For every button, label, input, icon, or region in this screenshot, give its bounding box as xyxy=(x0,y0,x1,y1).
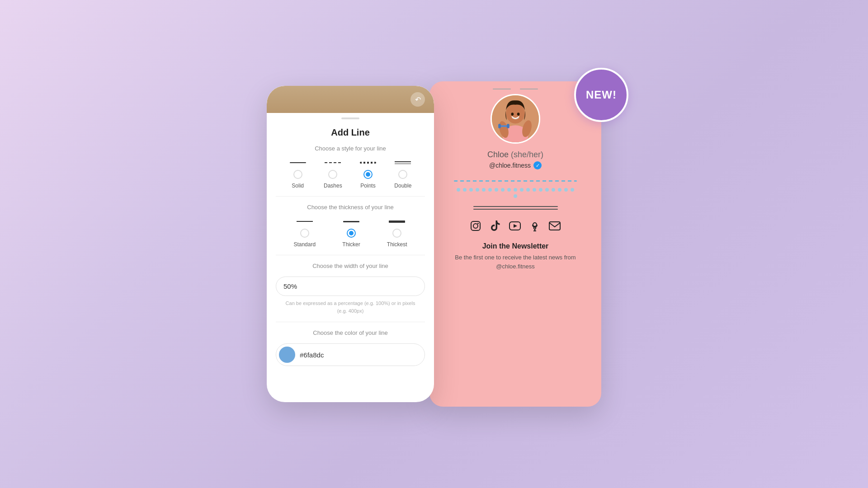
thickness-options: Standard Thicker Thickest xyxy=(276,218,425,248)
verified-badge: ✓ xyxy=(533,161,542,169)
phone-left: ↶ Add Line Choose a style for your line … xyxy=(267,86,434,402)
points-label: Points xyxy=(360,183,375,189)
double-line-decoration xyxy=(473,206,558,210)
phone-content: Add Line Choose a style for your line So… xyxy=(267,119,434,402)
points-preview xyxy=(359,159,377,166)
width-section: Choose the width of your line Can be exp… xyxy=(276,263,425,314)
profile-name: Chloe (she/her) xyxy=(487,150,543,160)
thickness-option-thicker[interactable]: Thicker xyxy=(342,218,360,248)
thickness-option-thickest[interactable]: Thickest xyxy=(387,218,407,248)
newsletter-description: Be the first one to receive the latest n… xyxy=(455,253,576,271)
newsletter-section: Join the Newsletter Be the first one to … xyxy=(446,242,585,271)
profile-content: Chloe (she/her) @chloe.fitness ✓ xyxy=(429,94,601,271)
dot-20 xyxy=(514,194,517,198)
dotted-row-decoration xyxy=(454,188,577,198)
new-badge-text: NEW! xyxy=(586,89,617,101)
standard-thickness-label: Standard xyxy=(293,241,316,248)
dashes-radio[interactable] xyxy=(328,170,337,179)
solid-label: Solid xyxy=(292,183,304,189)
dot-3 xyxy=(469,188,473,192)
double-line-icon xyxy=(395,161,411,164)
svg-rect-10 xyxy=(471,221,480,230)
avatar-image xyxy=(492,95,539,142)
mail-icon[interactable] xyxy=(549,221,561,233)
new-badge: NEW! xyxy=(574,68,628,122)
dot-4 xyxy=(476,188,479,192)
color-swatch[interactable] xyxy=(279,347,295,363)
dot-18 xyxy=(564,188,568,192)
profile-pronouns: (she/her) xyxy=(511,150,543,159)
points-line-icon xyxy=(360,162,376,164)
panel-title: Add Line xyxy=(276,127,425,138)
thickness-section-label: Choose the thickness of your line xyxy=(276,204,425,211)
dot-12 xyxy=(526,188,530,192)
dot-9 xyxy=(507,188,511,192)
dot-14 xyxy=(539,188,542,192)
svg-rect-9 xyxy=(507,124,509,128)
header-line-2 xyxy=(520,89,538,89)
style-option-points[interactable]: Points xyxy=(359,159,377,189)
thickest-thickness-radio[interactable] xyxy=(392,229,401,238)
dot-19 xyxy=(571,188,574,192)
thicker-thickness-radio[interactable] xyxy=(347,229,356,238)
divider-1 xyxy=(276,196,425,197)
divider-3 xyxy=(276,322,425,322)
svg-rect-19 xyxy=(549,222,560,230)
solid-radio[interactable] xyxy=(293,170,302,179)
svg-point-15 xyxy=(533,223,537,226)
svg-point-12 xyxy=(477,223,479,224)
thickness-option-standard[interactable]: Standard xyxy=(293,218,316,248)
style-options: Solid Dashes Points xyxy=(276,159,425,189)
solid-preview xyxy=(289,159,307,166)
svg-point-6 xyxy=(517,113,520,116)
thickest-thickness-preview xyxy=(388,218,406,225)
header-line-1 xyxy=(493,89,511,89)
instagram-icon[interactable] xyxy=(470,221,481,234)
solid-line-icon xyxy=(290,162,306,163)
width-section-label: Choose the width of your line xyxy=(276,263,425,269)
youtube-icon[interactable] xyxy=(509,221,521,233)
dashes-label: Dashes xyxy=(324,183,342,189)
profile-handle-row: @chloe.fitness ✓ xyxy=(489,161,542,169)
profile-handle: @chloe.fitness xyxy=(489,162,531,169)
thickest-thickness-label: Thickest xyxy=(387,241,407,248)
svg-point-5 xyxy=(511,113,514,116)
dot-6 xyxy=(488,188,492,192)
style-option-double[interactable]: Double xyxy=(394,159,412,189)
dot-15 xyxy=(545,188,549,192)
style-option-dashes[interactable]: Dashes xyxy=(324,159,342,189)
svg-point-4 xyxy=(506,103,525,123)
svg-rect-8 xyxy=(498,124,501,128)
color-hex-input[interactable] xyxy=(300,351,417,359)
thicker-thickness-icon xyxy=(343,221,359,222)
dot-1 xyxy=(457,188,460,192)
dot-5 xyxy=(482,188,486,192)
double-preview xyxy=(394,159,412,166)
dot-13 xyxy=(533,188,536,192)
width-input[interactable] xyxy=(276,277,425,296)
color-input-row xyxy=(276,343,425,366)
tiktok-icon[interactable] xyxy=(490,221,500,234)
newsletter-title: Join the Newsletter xyxy=(455,242,576,250)
dot-10 xyxy=(514,188,517,192)
standard-thickness-icon xyxy=(297,221,313,222)
thicker-thickness-preview xyxy=(342,218,360,225)
double-label: Double xyxy=(394,183,411,189)
thickest-thickness-icon xyxy=(389,221,405,223)
style-section-label: Choose a style for your line xyxy=(276,145,425,152)
social-icons xyxy=(470,221,561,234)
podcast-icon[interactable] xyxy=(530,221,540,234)
thicker-thickness-label: Thicker xyxy=(342,241,360,248)
dot-11 xyxy=(520,188,524,192)
phone-right: Chloe (she/her) @chloe.fitness ✓ xyxy=(429,81,601,407)
dot-16 xyxy=(552,188,555,192)
style-option-solid[interactable]: Solid xyxy=(289,159,307,189)
avatar xyxy=(491,94,540,144)
standard-thickness-preview xyxy=(296,218,314,225)
dot-2 xyxy=(463,188,467,192)
standard-thickness-radio[interactable] xyxy=(300,229,309,238)
dot-7 xyxy=(495,188,498,192)
double-radio[interactable] xyxy=(398,170,407,179)
back-button[interactable]: ↶ xyxy=(410,92,425,107)
points-radio[interactable] xyxy=(363,170,373,179)
